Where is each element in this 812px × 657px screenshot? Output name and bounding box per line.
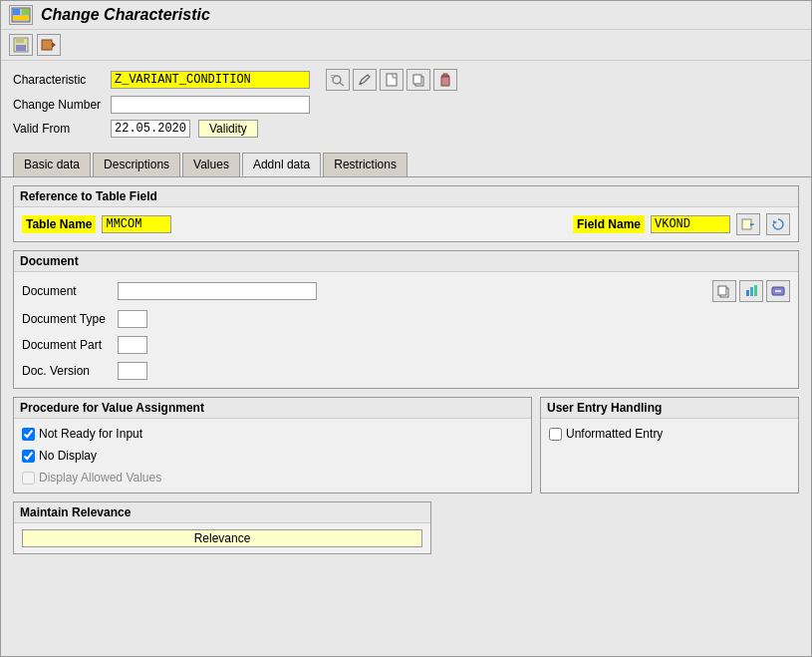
- main-window: Change Characteristic Characteristic: [0, 0, 812, 657]
- doc-version-label: Doc. Version: [22, 364, 112, 378]
- svg-rect-6: [16, 45, 26, 51]
- svg-marker-14: [360, 75, 370, 84]
- svg-rect-5: [16, 38, 24, 43]
- user-entry-header: User Entry Handling: [541, 398, 798, 419]
- document-part-input[interactable]: [118, 336, 147, 354]
- page-title: Change Characteristic: [41, 6, 210, 24]
- change-number-label: Change Number: [13, 98, 103, 112]
- not-ready-checkbox[interactable]: [22, 428, 35, 441]
- delete-icon-btn[interactable]: [433, 69, 457, 91]
- doc-version-row: Doc. Version: [22, 362, 790, 380]
- field-name-label: Field Name: [573, 215, 645, 233]
- valid-from-row: Valid From Validity: [13, 119, 799, 139]
- no-display-row: No Display: [22, 449, 523, 463]
- display-allowed-checkbox[interactable]: [22, 472, 35, 485]
- svg-rect-30: [754, 285, 757, 296]
- reference-section: Reference to Table Field Table Name Fiel…: [13, 185, 799, 242]
- back-button[interactable]: [37, 34, 61, 56]
- document-header: Document: [14, 251, 798, 272]
- svg-rect-27: [718, 286, 726, 295]
- save-button[interactable]: [9, 34, 33, 56]
- svg-marker-8: [52, 42, 56, 48]
- svg-rect-13: [331, 77, 334, 78]
- tab-restrictions[interactable]: Restrictions: [323, 153, 407, 176]
- change-number-row: Change Number: [13, 95, 799, 115]
- svg-rect-3: [13, 16, 29, 20]
- doc-version-input[interactable]: [118, 362, 147, 380]
- document-row: Document: [22, 280, 790, 302]
- doc-chart-icon[interactable]: [739, 280, 763, 302]
- form-area: Characteristic: [1, 61, 811, 147]
- new-doc-icon-btn[interactable]: [380, 69, 404, 91]
- no-display-label: No Display: [39, 449, 97, 463]
- tab-basic-data[interactable]: Basic data: [13, 153, 91, 176]
- document-part-row: Document Part: [22, 336, 790, 354]
- table-refresh-btn[interactable]: [766, 213, 790, 235]
- tabs-container: Basic data Descriptions Values Addnl dat…: [1, 153, 811, 177]
- procedure-header: Procedure for Value Assignment: [14, 398, 531, 419]
- reference-header: Reference to Table Field: [14, 186, 798, 207]
- field-name-input[interactable]: [651, 215, 730, 233]
- doc-link-icon[interactable]: [766, 280, 790, 302]
- svg-rect-19: [441, 77, 449, 86]
- tab-values[interactable]: Values: [182, 153, 240, 176]
- validity-button[interactable]: Validity: [198, 120, 258, 138]
- table-goto-btn[interactable]: [736, 213, 760, 235]
- not-ready-label: Not Ready for Input: [39, 427, 142, 441]
- characteristic-label: Characteristic: [13, 73, 103, 87]
- svg-rect-22: [742, 219, 751, 229]
- document-type-input[interactable]: [118, 310, 147, 328]
- bottom-columns: Procedure for Value Assignment Not Ready…: [13, 397, 799, 493]
- user-entry-section: User Entry Handling Unformatted Entry: [540, 397, 799, 493]
- valid-from-input[interactable]: [111, 120, 190, 138]
- change-number-input[interactable]: [111, 96, 310, 114]
- characteristic-icons: [326, 69, 457, 91]
- toolbar: [1, 30, 811, 61]
- svg-rect-9: [48, 42, 52, 48]
- document-label: Document: [22, 284, 112, 298]
- maintain-relevance-header: Maintain Relevance: [14, 502, 430, 523]
- display-allowed-row: Display Allowed Values: [22, 471, 523, 485]
- table-field-row: Table Name Field Name: [22, 213, 790, 235]
- document-input[interactable]: [118, 282, 317, 300]
- document-icons: [712, 280, 790, 302]
- characteristic-input[interactable]: [111, 71, 310, 89]
- svg-rect-2: [22, 9, 29, 15]
- tab-content: Reference to Table Field Table Name Fiel…: [1, 177, 811, 656]
- title-bar: Change Characteristic: [1, 1, 811, 30]
- tab-addnl-data[interactable]: Addnl data: [242, 153, 321, 176]
- maintain-relevance-section: Maintain Relevance Relevance: [13, 501, 431, 554]
- svg-line-11: [340, 83, 344, 86]
- valid-from-label: Valid From: [13, 122, 103, 136]
- tab-descriptions[interactable]: Descriptions: [93, 153, 180, 176]
- svg-rect-1: [13, 9, 20, 15]
- not-ready-row: Not Ready for Input: [22, 427, 523, 441]
- svg-rect-28: [746, 290, 749, 296]
- relevance-button[interactable]: Relevance: [22, 529, 422, 547]
- doc-copy-icon[interactable]: [712, 280, 736, 302]
- document-type-row: Document Type: [22, 310, 790, 328]
- svg-marker-25: [773, 220, 777, 224]
- app-icon: [9, 5, 33, 25]
- unformatted-checkbox[interactable]: [549, 428, 562, 441]
- svg-rect-21: [443, 74, 447, 76]
- document-part-label: Document Part: [22, 338, 112, 352]
- procedure-section: Procedure for Value Assignment Not Ready…: [13, 397, 532, 493]
- svg-rect-29: [750, 287, 753, 296]
- unformatted-label: Unformatted Entry: [566, 427, 663, 441]
- edit-icon-btn[interactable]: [353, 69, 377, 91]
- svg-rect-18: [413, 75, 421, 84]
- table-name-label: Table Name: [22, 215, 96, 233]
- unformatted-row: Unformatted Entry: [549, 427, 790, 441]
- search-icon-btn[interactable]: [326, 69, 350, 91]
- characteristic-row: Characteristic: [13, 69, 799, 91]
- svg-point-10: [333, 76, 341, 84]
- no-display-checkbox[interactable]: [22, 450, 35, 463]
- document-section: Document Document: [13, 250, 799, 389]
- svg-rect-12: [331, 75, 336, 76]
- copy-icon-btn[interactable]: [406, 69, 430, 91]
- svg-rect-16: [387, 74, 397, 86]
- table-name-input[interactable]: [102, 215, 171, 233]
- display-allowed-label: Display Allowed Values: [39, 471, 161, 485]
- document-type-label: Document Type: [22, 312, 112, 326]
